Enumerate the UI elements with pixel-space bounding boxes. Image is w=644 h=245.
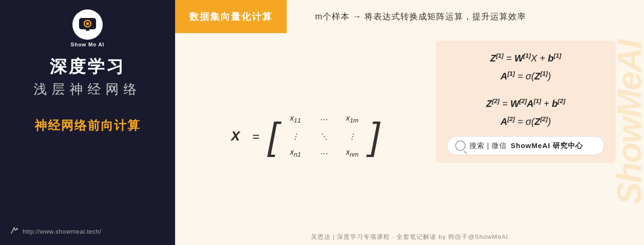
sidebar-footer: http://www.showmeai.tech/ <box>9 226 101 237</box>
matrix-equals: = <box>252 129 259 144</box>
sidebar-title2: 浅层神经网络 <box>34 80 141 98</box>
formula-line-4: A[2] = σ(Z[2]) <box>447 114 604 130</box>
logo-text: Show Me AI <box>71 42 104 47</box>
formula-box: Z[1] = W[1]X + b[1] A[1] = σ(Z[1]) Z[2] … <box>436 41 616 163</box>
search-icon <box>455 140 466 151</box>
cell-22: ⋱ <box>320 132 327 141</box>
bottom-caption: 吴恩达 | 深度学习专项课程 · 全套笔记解读 by 韩信子@ShowMeAI <box>175 230 644 245</box>
footer-url[interactable]: http://www.showmeai.tech/ <box>23 228 101 235</box>
formula-line-1: Z[1] = W[1]X + b[1] <box>447 50 604 66</box>
cell-13: x1m <box>346 114 359 124</box>
cell-11: x11 <box>290 114 301 124</box>
body-area: X = [ x11 ⋯ x1m ⋮ ⋱ ⋮ xn1 ⋯ xnm <box>175 33 644 230</box>
cell-12: ⋯ <box>320 115 327 124</box>
bracket-left: [ <box>268 107 278 166</box>
bracket-right: ] <box>369 107 379 166</box>
matrix-cells: x11 ⋯ x1m ⋮ ⋱ ⋮ xn1 ⋯ xnm <box>279 107 368 166</box>
search-bar[interactable]: 搜索 | 微信 ShowMeAI 研究中心 <box>447 136 604 155</box>
matrix-formula: X = [ x11 ⋯ x1m ⋮ ⋱ ⋮ xn1 ⋯ xnm <box>231 107 379 166</box>
link-icon <box>9 226 19 237</box>
matrix-bracket-area: [ x11 ⋯ x1m ⋮ ⋱ ⋮ xn1 ⋯ xnm ] <box>268 107 379 166</box>
header-bar: 数据集向量化计算 m个样本 → 将表达式转换成矩阵运算，提升运算效率 <box>175 0 644 33</box>
logo-area: Show Me AI <box>71 9 104 47</box>
cell-23: ⋮ <box>348 132 356 141</box>
cell-21: ⋮ <box>291 132 299 141</box>
matrix-section: X = [ x11 ⋯ x1m ⋮ ⋱ ⋮ xn1 ⋯ xnm <box>185 38 426 230</box>
header-tag: 数据集向量化计算 <box>175 0 287 33</box>
svg-point-4 <box>16 228 18 230</box>
formula-divider <box>447 86 604 94</box>
logo-svg <box>77 14 98 35</box>
search-brand: ShowMeAI 研究中心 <box>511 141 583 150</box>
main-content: ShowMeAI 数据集向量化计算 m个样本 → 将表达式转换成矩阵运算，提升运… <box>175 0 644 245</box>
cell-32: ⋯ <box>320 149 327 158</box>
cell-31: xn1 <box>290 148 301 158</box>
header-desc: m个样本 → 将表达式转换成矩阵运算，提升运算效率 <box>315 11 526 22</box>
search-text: 搜索 | 微信 <box>469 141 507 150</box>
sidebar: Show Me AI 深度学习 浅层神经网络 神经网络前向计算 http://w… <box>0 0 175 245</box>
matrix-X-label: X <box>231 129 240 144</box>
sidebar-title1: 深度学习 <box>50 56 125 78</box>
svg-point-2 <box>86 22 89 25</box>
right-side: Z[1] = W[1]X + b[1] A[1] = σ(Z[1]) Z[2] … <box>436 38 625 230</box>
logo-icon <box>72 9 103 40</box>
formula-line-3: Z[2] = W[2]A[1] + b[2] <box>447 96 604 112</box>
cell-33: xnm <box>346 148 359 158</box>
svg-rect-3 <box>86 29 89 31</box>
sidebar-subtitle: 神经网络前向计算 <box>35 117 141 134</box>
formula-line-2: A[1] = σ(Z[1]) <box>447 68 604 84</box>
